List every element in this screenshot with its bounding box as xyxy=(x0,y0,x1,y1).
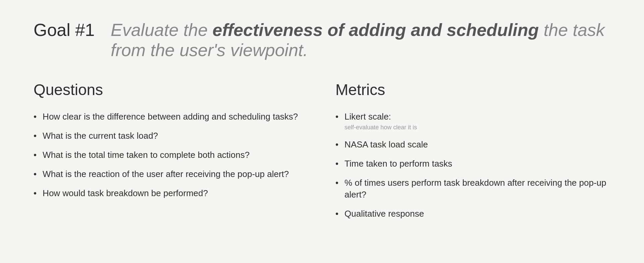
goal-description-plain: Evaluate the xyxy=(111,20,213,40)
metrics-list-item: Qualitative response xyxy=(335,208,610,220)
questions-list-item: What is the reaction of the user after r… xyxy=(34,168,309,180)
metric-main-text: NASA task load scale xyxy=(344,139,428,150)
questions-list-item: How would task breakdown be performed? xyxy=(34,187,309,199)
metric-main-text: Time taken to perform tasks xyxy=(344,158,452,170)
goal-description-bold: effectiveness of adding and scheduling xyxy=(213,20,539,40)
questions-column: Questions How clear is the difference be… xyxy=(34,81,309,227)
questions-title: Questions xyxy=(34,81,309,99)
metric-item: Qualitative response xyxy=(344,208,424,220)
metric-item: NASA task load scale xyxy=(344,139,428,150)
metrics-list-item: Likert scale:self-evaluate how clear it … xyxy=(335,111,610,131)
metric-sub-text: self-evaluate how clear it is xyxy=(344,123,417,131)
goal-description: Evaluate the effectiveness of adding and… xyxy=(111,20,610,60)
metrics-list-item: Time taken to perform tasks xyxy=(335,158,610,170)
metric-item: Likert scale:self-evaluate how clear it … xyxy=(344,111,417,131)
questions-list-item: How clear is the difference between addi… xyxy=(34,111,309,123)
content-section: Questions How clear is the difference be… xyxy=(34,81,610,227)
metric-main-text: % of times users perform task breakdown … xyxy=(344,177,610,201)
metrics-title: Metrics xyxy=(335,81,610,99)
goal-label: Goal #1 xyxy=(34,20,101,40)
metrics-list: Likert scale:self-evaluate how clear it … xyxy=(335,111,610,220)
questions-list-item: What is the total time taken to complete… xyxy=(34,149,309,161)
questions-list-item: What is the current task load? xyxy=(34,130,309,142)
metric-main-text: Qualitative response xyxy=(344,208,424,220)
metrics-column: Metrics Likert scale:self-evaluate how c… xyxy=(335,81,610,227)
header-section: Goal #1 Evaluate the effectiveness of ad… xyxy=(34,20,610,60)
metrics-list-item: % of times users perform task breakdown … xyxy=(335,177,610,201)
metric-item: % of times users perform task breakdown … xyxy=(344,177,610,201)
metric-main-text: Likert scale: xyxy=(344,111,417,123)
questions-list: How clear is the difference between addi… xyxy=(34,111,309,199)
metrics-list-item: NASA task load scale xyxy=(335,139,610,150)
metric-item: Time taken to perform tasks xyxy=(344,158,452,170)
